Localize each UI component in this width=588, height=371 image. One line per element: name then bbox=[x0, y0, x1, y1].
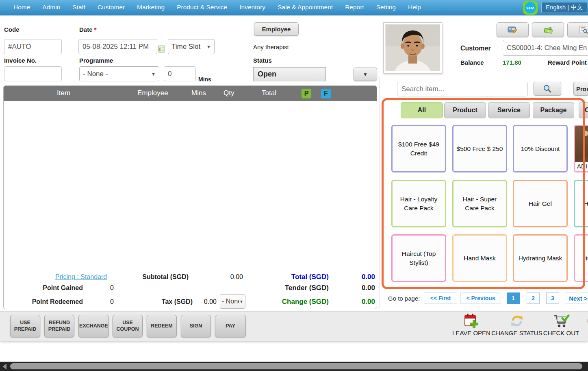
xero-logo-icon[interactable]: xero bbox=[523, 1, 538, 15]
pagination-page-1[interactable]: 1 bbox=[507, 292, 520, 304]
calendar-picker-icon[interactable] bbox=[158, 46, 165, 52]
subtotal-value: 0.00 bbox=[209, 273, 243, 281]
item-card[interactable]: Hair Gel bbox=[513, 180, 568, 227]
item-card[interactable]: $500 Free $ 250 bbox=[452, 125, 507, 172]
date-input[interactable] bbox=[78, 39, 157, 54]
promotion-button[interactable]: Prom bbox=[573, 82, 588, 96]
nav-help[interactable]: Help bbox=[408, 4, 421, 11]
search-icon bbox=[543, 84, 552, 93]
item-card[interactable]: Haircut (Top Stylist) bbox=[391, 234, 446, 282]
code-input[interactable] bbox=[4, 39, 62, 54]
tab-service[interactable]: Service bbox=[488, 102, 530, 118]
nav-admin[interactable]: Admin bbox=[42, 4, 60, 11]
point-redeemed-value: 0 bbox=[110, 298, 114, 306]
redeem-button[interactable]: REDEEM bbox=[147, 315, 177, 337]
chevron-down-icon: ▼ bbox=[151, 72, 156, 76]
search-button[interactable] bbox=[534, 82, 561, 96]
customer-label: Customer bbox=[460, 45, 491, 52]
tab-product[interactable]: Product bbox=[444, 102, 486, 118]
language-switch-button[interactable]: English | 中文 bbox=[541, 2, 587, 13]
nav-sale-appointment[interactable]: Sale & Appointment bbox=[278, 4, 333, 11]
total-label: Total (SGD) bbox=[266, 273, 329, 281]
panel-divider bbox=[380, 76, 380, 309]
any-therapist-text: Any therapist bbox=[253, 44, 289, 50]
paid-badge[interactable]: P bbox=[302, 89, 311, 98]
item-card[interactable]: H bbox=[574, 180, 588, 227]
programme-mins-input[interactable] bbox=[164, 66, 196, 81]
tax-label: Tax (SGD) bbox=[132, 298, 193, 306]
customer-input[interactable] bbox=[503, 40, 588, 56]
check-out-action[interactable]: CHECK OUT bbox=[543, 313, 579, 336]
change-status-action[interactable]: CHANGE STATUS bbox=[493, 313, 541, 336]
item-card[interactable]: Hair - Loyalty Care Pack bbox=[391, 180, 446, 227]
item-card[interactable]: Hair - Super Care Pack bbox=[452, 180, 507, 227]
chevron-down-icon: ▼ bbox=[206, 44, 211, 49]
use-coupon-button[interactable]: USE COUPON bbox=[113, 315, 143, 337]
tab-all[interactable]: All bbox=[401, 102, 443, 118]
customer-portrait-image bbox=[385, 24, 440, 71]
programme-label: Programme bbox=[79, 57, 113, 64]
leave-open-action[interactable]: LEAVE OPEN bbox=[452, 313, 491, 336]
item-card[interactable]: 10% Discount bbox=[513, 125, 568, 172]
item-photo-caption: ADI bbox=[576, 162, 588, 170]
tab-partial[interactable]: C bbox=[579, 102, 588, 118]
tab-package[interactable]: Package bbox=[533, 102, 574, 118]
nav-setting[interactable]: Setting bbox=[376, 4, 396, 11]
item-card[interactable]: Hand Mask bbox=[452, 234, 507, 282]
invoice-input[interactable] bbox=[4, 66, 62, 81]
employee-button[interactable]: Employee bbox=[254, 22, 299, 36]
change-label: Change (SGD) bbox=[266, 298, 329, 306]
use-prepaid-button[interactable]: USE PREPAID bbox=[10, 315, 40, 337]
item-card[interactable]: Ite bbox=[574, 234, 588, 282]
pagination-page-2[interactable]: 2 bbox=[527, 292, 540, 304]
scrollbar-thumb[interactable] bbox=[10, 363, 582, 369]
pay-button[interactable]: PAY bbox=[215, 315, 246, 337]
pagination-page-3[interactable]: 3 bbox=[546, 292, 559, 304]
scroll-left-arrow-icon[interactable] bbox=[2, 364, 7, 369]
pagination-next[interactable]: Next > bbox=[566, 292, 588, 304]
refund-prepaid-button[interactable]: REFUND PREPAID bbox=[44, 315, 74, 337]
edit-customer-button[interactable] bbox=[497, 22, 529, 37]
sign-button[interactable]: SIGN bbox=[181, 315, 211, 337]
pagination-previous[interactable]: < Previous bbox=[460, 292, 501, 304]
programme-select[interactable]: - None -▼ bbox=[79, 66, 159, 81]
item-card-with-photo[interactable]: ADI bbox=[574, 125, 588, 172]
tax-select[interactable]: - None -▼ bbox=[220, 294, 245, 309]
point-gained-label: Point Gained bbox=[20, 284, 83, 292]
nav-product-service[interactable]: Product & Service bbox=[177, 4, 227, 11]
point-gained-value: 0 bbox=[110, 284, 114, 292]
item-card[interactable]: $100 Free $49 Credit bbox=[391, 125, 446, 172]
tender-label: Tender (SGD) bbox=[266, 284, 329, 292]
card-edit-icon bbox=[508, 26, 518, 34]
col-employee: Employee bbox=[137, 89, 168, 97]
bottom-action-bar: USE PREPAID REFUND PREPAID EXCHANGE USE … bbox=[0, 311, 588, 341]
reward-point-label: Reward Point bbox=[548, 59, 587, 66]
item-card[interactable]: Hydrating Mask bbox=[513, 234, 568, 282]
nav-customer[interactable]: Customer bbox=[98, 4, 125, 11]
cash-credit-button[interactable] bbox=[532, 22, 564, 37]
required-asterisk: * bbox=[94, 26, 97, 33]
nav-staff[interactable]: Staff bbox=[72, 4, 85, 11]
pagination-first[interactable]: << First bbox=[424, 292, 457, 304]
history-search-button[interactable] bbox=[567, 22, 588, 37]
item-photo bbox=[575, 126, 588, 162]
exchange-button[interactable]: EXCHANGE bbox=[78, 315, 109, 337]
search-item-input[interactable] bbox=[397, 82, 528, 96]
cancel-action[interactable]: CA bbox=[582, 313, 588, 336]
change-value: 0.00 bbox=[339, 298, 375, 306]
nav-home[interactable]: Home bbox=[13, 4, 30, 11]
pricing-link[interactable]: Pricing : Standard bbox=[55, 273, 107, 281]
nav-report[interactable]: Report bbox=[345, 4, 364, 11]
horizontal-scrollbar[interactable] bbox=[0, 362, 588, 371]
nav-marketing[interactable]: Marketing bbox=[137, 4, 165, 11]
balance-value: 171.80 bbox=[503, 59, 521, 66]
status-label: Status bbox=[253, 57, 272, 64]
status-dropdown-button[interactable]: ▼ bbox=[354, 68, 377, 81]
time-slot-select[interactable]: Time Slot▼ bbox=[168, 39, 215, 54]
code-label: Code bbox=[4, 26, 20, 33]
foc-badge[interactable]: F bbox=[321, 89, 331, 98]
col-total: Total bbox=[262, 89, 276, 97]
tender-value: 0.00 bbox=[339, 284, 375, 292]
calendar-plus-icon bbox=[463, 313, 480, 329]
nav-inventory[interactable]: Inventory bbox=[239, 4, 265, 11]
